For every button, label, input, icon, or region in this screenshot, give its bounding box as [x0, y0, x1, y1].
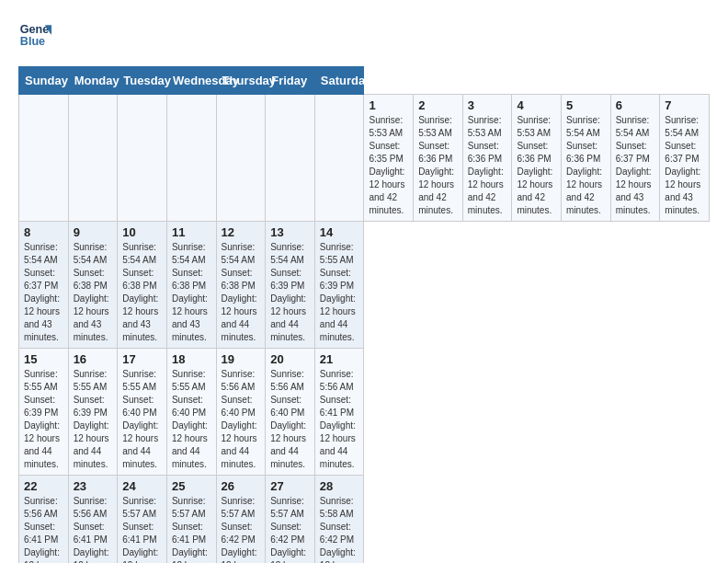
header-col-monday: Monday [68, 67, 118, 95]
calendar-table: SundayMondayTuesdayWednesdayThursdayFrid… [18, 66, 710, 563]
calendar-cell: 8 Sunrise: 5:54 AMSunset: 6:37 PMDayligh… [19, 222, 69, 349]
svg-text:Blue: Blue [20, 35, 45, 48]
day-info: Sunrise: 5:53 AMSunset: 6:36 PMDaylight:… [468, 115, 504, 215]
day-info: Sunrise: 5:58 AMSunset: 6:42 PMDaylight:… [320, 496, 356, 563]
day-info: Sunrise: 5:56 AMSunset: 6:40 PMDaylight:… [222, 369, 257, 469]
calendar-cell: 26 Sunrise: 5:57 AMSunset: 6:42 PMDaylig… [216, 476, 266, 564]
day-info: Sunrise: 5:57 AMSunset: 6:42 PMDaylight:… [270, 496, 306, 563]
day-number: 3 [468, 98, 507, 112]
calendar-week-4: 22 Sunrise: 5:56 AMSunset: 6:41 PMDaylig… [19, 476, 710, 564]
day-number: 13 [270, 225, 310, 239]
calendar-cell [314, 95, 364, 222]
day-number: 15 [24, 352, 63, 366]
calendar-cell [19, 95, 69, 222]
calendar-cell: 25 Sunrise: 5:57 AMSunset: 6:41 PMDaylig… [166, 476, 216, 564]
calendar-cell: 17 Sunrise: 5:55 AMSunset: 6:40 PMDaylig… [118, 349, 167, 476]
calendar-cell: 23 Sunrise: 5:56 AMSunset: 6:41 PMDaylig… [68, 476, 118, 564]
calendar-cell: 15 Sunrise: 5:55 AMSunset: 6:39 PMDaylig… [19, 349, 69, 476]
day-number: 5 [566, 98, 606, 112]
calendar-week-3: 15 Sunrise: 5:55 AMSunset: 6:39 PMDaylig… [19, 349, 710, 476]
calendar-cell: 19 Sunrise: 5:56 AMSunset: 6:40 PMDaylig… [216, 349, 266, 476]
day-number: 10 [122, 225, 162, 239]
calendar-cell: 20 Sunrise: 5:56 AMSunset: 6:40 PMDaylig… [266, 349, 315, 476]
day-number: 14 [320, 225, 359, 239]
calendar-header-row: SundayMondayTuesdayWednesdayThursdayFrid… [19, 67, 710, 95]
header-col-sunday: Sunday [19, 67, 69, 95]
day-info: Sunrise: 5:56 AMSunset: 6:41 PMDaylight:… [74, 496, 109, 563]
header-col-thursday: Thursday [216, 67, 266, 95]
logo: General Blue [18, 18, 51, 52]
calendar-cell: 2 Sunrise: 5:53 AMSunset: 6:36 PMDayligh… [414, 95, 463, 222]
calendar-cell: 28 Sunrise: 5:58 AMSunset: 6:42 PMDaylig… [314, 476, 364, 564]
header-col-friday: Friday [266, 67, 315, 95]
calendar-cell: 27 Sunrise: 5:57 AMSunset: 6:42 PMDaylig… [266, 476, 315, 564]
calendar-cell: 7 Sunrise: 5:54 AMSunset: 6:37 PMDayligh… [660, 95, 710, 222]
day-info: Sunrise: 5:56 AMSunset: 6:41 PMDaylight:… [24, 496, 60, 563]
day-info: Sunrise: 5:54 AMSunset: 6:38 PMDaylight:… [172, 242, 208, 342]
calendar-cell: 18 Sunrise: 5:55 AMSunset: 6:40 PMDaylig… [166, 349, 216, 476]
day-number: 11 [172, 225, 211, 239]
day-number: 2 [418, 98, 458, 112]
day-info: Sunrise: 5:57 AMSunset: 6:42 PMDaylight:… [222, 496, 257, 563]
calendar-cell: 11 Sunrise: 5:54 AMSunset: 6:38 PMDaylig… [166, 222, 216, 349]
day-number: 6 [616, 98, 655, 112]
day-info: Sunrise: 5:55 AMSunset: 6:39 PMDaylight:… [74, 369, 109, 469]
day-number: 19 [222, 352, 261, 366]
calendar-cell: 24 Sunrise: 5:57 AMSunset: 6:41 PMDaylig… [118, 476, 167, 564]
day-number: 7 [665, 98, 704, 112]
calendar-cell: 13 Sunrise: 5:54 AMSunset: 6:39 PMDaylig… [266, 222, 315, 349]
day-number: 25 [172, 479, 211, 493]
day-number: 22 [24, 479, 63, 493]
calendar-cell: 12 Sunrise: 5:54 AMSunset: 6:38 PMDaylig… [216, 222, 266, 349]
calendar-cell: 3 Sunrise: 5:53 AMSunset: 6:36 PMDayligh… [462, 95, 512, 222]
calendar-cell: 9 Sunrise: 5:54 AMSunset: 6:38 PMDayligh… [68, 222, 118, 349]
calendar-cell: 1 Sunrise: 5:53 AMSunset: 6:35 PMDayligh… [364, 95, 414, 222]
day-info: Sunrise: 5:54 AMSunset: 6:36 PMDaylight:… [566, 115, 602, 215]
day-number: 9 [74, 225, 113, 239]
day-number: 12 [222, 225, 261, 239]
logo-icon: General Blue [18, 18, 51, 52]
day-number: 8 [24, 225, 63, 239]
calendar-body: 1 Sunrise: 5:53 AMSunset: 6:35 PMDayligh… [19, 95, 710, 564]
header-col-wednesday: Wednesday [166, 67, 216, 95]
header-col-tuesday: Tuesday [118, 67, 167, 95]
calendar-week-1: 1 Sunrise: 5:53 AMSunset: 6:35 PMDayligh… [19, 95, 710, 222]
calendar-cell: 14 Sunrise: 5:55 AMSunset: 6:39 PMDaylig… [314, 222, 364, 349]
day-info: Sunrise: 5:53 AMSunset: 6:36 PMDaylight:… [418, 115, 454, 215]
calendar-cell: 5 Sunrise: 5:54 AMSunset: 6:36 PMDayligh… [562, 95, 611, 222]
header-col-saturday: Saturday [314, 67, 364, 95]
day-info: Sunrise: 5:56 AMSunset: 6:40 PMDaylight:… [270, 369, 306, 469]
day-number: 24 [122, 479, 162, 493]
day-number: 26 [222, 479, 261, 493]
day-info: Sunrise: 5:54 AMSunset: 6:37 PMDaylight:… [616, 115, 652, 215]
calendar-week-2: 8 Sunrise: 5:54 AMSunset: 6:37 PMDayligh… [19, 222, 710, 349]
day-info: Sunrise: 5:55 AMSunset: 6:39 PMDaylight:… [320, 242, 356, 342]
calendar-cell: 22 Sunrise: 5:56 AMSunset: 6:41 PMDaylig… [19, 476, 69, 564]
day-number: 17 [122, 352, 162, 366]
day-info: Sunrise: 5:53 AMSunset: 6:36 PMDaylight:… [517, 115, 552, 215]
day-number: 20 [270, 352, 310, 366]
calendar-cell [68, 95, 118, 222]
page-header: General Blue [18, 18, 710, 52]
calendar-cell: 16 Sunrise: 5:55 AMSunset: 6:39 PMDaylig… [68, 349, 118, 476]
day-info: Sunrise: 5:54 AMSunset: 6:37 PMDaylight:… [24, 242, 60, 342]
day-number: 1 [369, 98, 408, 112]
day-info: Sunrise: 5:55 AMSunset: 6:39 PMDaylight:… [24, 369, 60, 469]
day-number: 28 [320, 479, 359, 493]
calendar-cell: 10 Sunrise: 5:54 AMSunset: 6:38 PMDaylig… [118, 222, 167, 349]
calendar-cell: 4 Sunrise: 5:53 AMSunset: 6:36 PMDayligh… [512, 95, 562, 222]
day-number: 23 [74, 479, 113, 493]
day-info: Sunrise: 5:54 AMSunset: 6:37 PMDaylight:… [665, 115, 700, 215]
day-number: 21 [320, 352, 359, 366]
day-info: Sunrise: 5:54 AMSunset: 6:38 PMDaylight:… [222, 242, 257, 342]
day-info: Sunrise: 5:57 AMSunset: 6:41 PMDaylight:… [172, 496, 208, 563]
day-number: 4 [517, 98, 556, 112]
calendar-cell [118, 95, 167, 222]
day-info: Sunrise: 5:55 AMSunset: 6:40 PMDaylight:… [122, 369, 158, 469]
day-info: Sunrise: 5:54 AMSunset: 6:38 PMDaylight:… [122, 242, 158, 342]
calendar-cell [216, 95, 266, 222]
day-info: Sunrise: 5:56 AMSunset: 6:41 PMDaylight:… [320, 369, 356, 469]
day-number: 27 [270, 479, 310, 493]
day-number: 16 [74, 352, 113, 366]
day-number: 18 [172, 352, 211, 366]
